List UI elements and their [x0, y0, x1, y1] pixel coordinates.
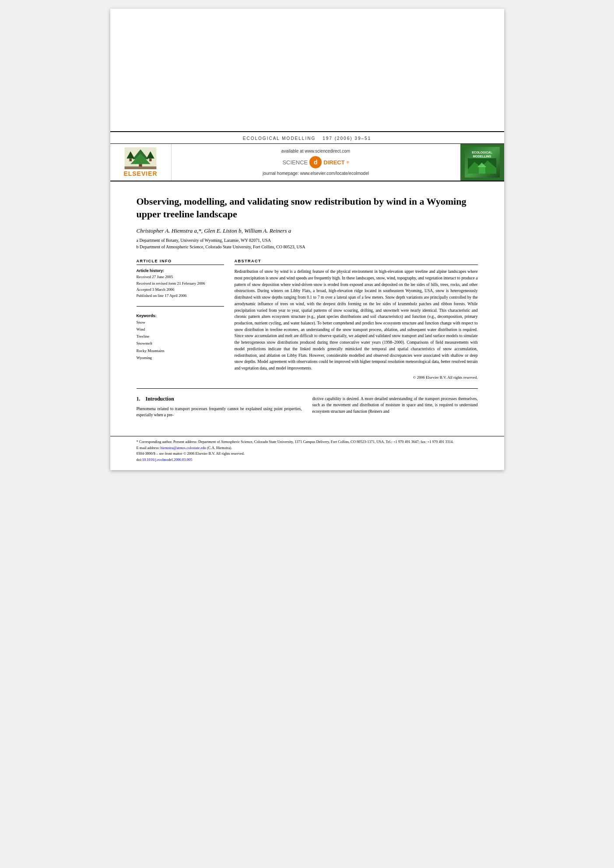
- eco-cover-title-line1: ECOLOGICAL: [472, 151, 492, 154]
- info-divider: [137, 306, 224, 307]
- svg-rect-11: [479, 166, 485, 174]
- article-history-group: Article history: Received 27 June 2005 R…: [137, 268, 224, 299]
- doi-link[interactable]: 10.1016/j.ecolmodel.2006.03.005: [142, 457, 193, 462]
- authors-text: Christopher A. Hiemstra a,*, Glen E. Lis…: [137, 227, 291, 234]
- published-date: Published on line 17 April 2006: [137, 293, 224, 299]
- sciencedirect-logo: SCIENCE d DIRECT ®: [282, 156, 349, 168]
- elsevier-wordmark: ELSEVIER: [123, 170, 157, 177]
- received-revised-date: Received in revised form 21 February 200…: [137, 280, 224, 286]
- abstract-text: Redistribution of snow by wind is a defi…: [235, 268, 478, 372]
- email-name: (C.A. Hiemstra).: [207, 446, 232, 450]
- keywords-list: Snow Wind Treeline Snowmelt Rocky Mounta…: [137, 319, 224, 361]
- journal-volume: 197 (2006) 39–51: [323, 136, 371, 141]
- cover-illustration-icon: [468, 158, 496, 174]
- available-text: available at www.sciencedirect.com: [281, 149, 350, 153]
- authors-line: Christopher A. Hiemstra a,*, Glen E. Lis…: [137, 227, 478, 234]
- keyword-rocky-mountains: Rocky Mountains: [137, 347, 224, 354]
- elsevier-banner: ELSEVIER available at www.sciencedirect.…: [110, 144, 504, 181]
- intro-title: Introduction: [146, 396, 174, 402]
- keyword-snowmelt: Snowmelt: [137, 340, 224, 347]
- issn-note: 0304-3800/$ – see front matter © 2006 El…: [137, 451, 478, 457]
- journal-header: ECOLOGICAL MODELLING 197 (2006) 39–51: [110, 131, 504, 144]
- top-space: [110, 9, 504, 131]
- banner-center: available at www.sciencedirect.com SCIEN…: [172, 144, 460, 181]
- email-note: E-mail address: hiemstra@atmos.colostate…: [137, 445, 478, 451]
- copyright-line: © 2006 Elsevier B.V. All rights reserved…: [235, 375, 478, 380]
- abstract-column: ABSTRACT Redistribution of snow by wind …: [235, 259, 478, 380]
- journal-homepage: journal homepage: www.elsevier.com/locat…: [263, 171, 369, 176]
- intro-left-text: Phenomena related to transport processes…: [137, 406, 302, 418]
- abstract-label: ABSTRACT: [235, 259, 478, 265]
- svg-rect-5: [130, 158, 132, 161]
- intro-section: 1. Introduction Phenomena related to tra…: [137, 396, 478, 418]
- svg-rect-8: [125, 167, 157, 169]
- email-link[interactable]: hiemstra@atmos.colostate.edu: [161, 446, 206, 450]
- affiliation-a: a Department of Botany, University of Wy…: [137, 237, 478, 244]
- corresponding-author-note: * Corresponding author. Present address:…: [137, 439, 478, 445]
- content-area: Observing, modelling, and validating sno…: [110, 181, 504, 427]
- svg-rect-7: [149, 158, 151, 161]
- intro-right-text: dictive capability is desired. A more de…: [312, 396, 478, 415]
- footnote-area: * Corresponding author. Present address:…: [110, 436, 504, 470]
- keywords-label: Keywords:: [137, 314, 224, 318]
- affiliations: a Department of Botany, University of Wy…: [137, 237, 478, 250]
- eco-cover-inner: ECOLOGICAL MODELLING: [465, 147, 500, 178]
- science-text: SCIENCE: [282, 159, 308, 166]
- keyword-snow: Snow: [137, 319, 224, 326]
- eco-cover-box: ECOLOGICAL MODELLING: [460, 144, 504, 181]
- two-column-layout: ARTICLE INFO Article history: Received 2…: [137, 259, 478, 380]
- section-divider: [137, 388, 478, 389]
- direct-text: DIRECT: [323, 159, 344, 166]
- page: ECOLOGICAL MODELLING 197 (2006) 39–51: [110, 9, 504, 470]
- intro-left: 1. Introduction Phenomena related to tra…: [137, 396, 302, 418]
- elsevier-logo-box: ELSEVIER: [110, 144, 172, 181]
- accepted-date: Accepted 3 March 2006: [137, 286, 224, 293]
- intro-right: dictive capability is desired. A more de…: [312, 396, 478, 418]
- article-title: Observing, modelling, and validating sno…: [137, 195, 478, 220]
- elsevier-tree-icon: [123, 147, 158, 169]
- sd-circle-icon: d: [309, 156, 322, 168]
- intro-heading: 1. Introduction: [137, 396, 302, 402]
- history-label: Article history:: [137, 268, 224, 273]
- keyword-treeline: Treeline: [137, 333, 224, 340]
- doi-note: doi:10.1016/j.ecolmodel.2006.03.005: [137, 457, 478, 463]
- keyword-wind: Wind: [137, 326, 224, 333]
- eco-cover-title-line2: MODELLING: [473, 155, 491, 158]
- article-info-column: ARTICLE INFO Article history: Received 2…: [137, 259, 224, 380]
- intro-number: 1.: [137, 396, 140, 402]
- affiliation-b: b Department of Atmospheric Science, Col…: [137, 244, 478, 250]
- journal-title: ECOLOGICAL MODELLING: [243, 136, 316, 141]
- keywords-group: Keywords: Snow Wind Treeline Snowmelt Ro…: [137, 314, 224, 361]
- received-date: Received 27 June 2005: [137, 274, 224, 280]
- article-info-label: ARTICLE INFO: [137, 259, 224, 265]
- keyword-wyoming: Wyoming: [137, 354, 224, 361]
